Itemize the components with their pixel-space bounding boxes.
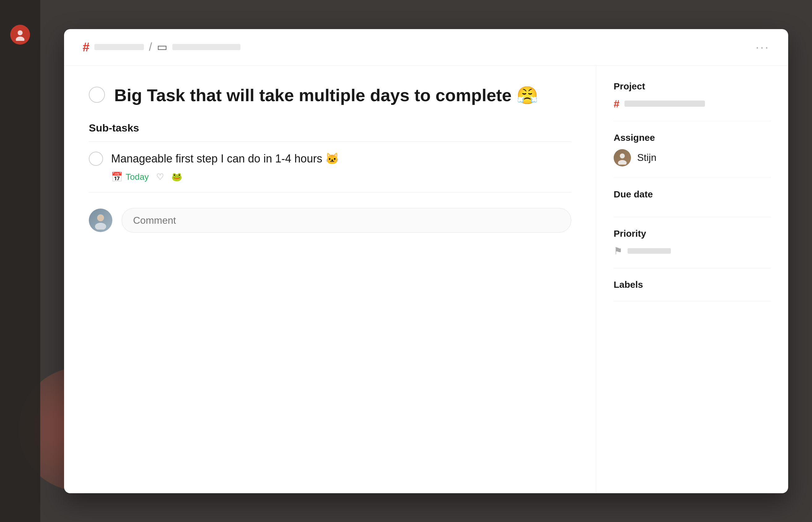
priority-bar <box>628 248 671 254</box>
modal-body: Big Task that will take multiple days to… <box>64 66 788 493</box>
subtask-row: Manageable first step I can do in 1-4 ho… <box>89 152 571 166</box>
calendar-icon: 📅 <box>111 172 123 182</box>
heart-icon[interactable]: ♡ <box>156 172 164 182</box>
svg-point-0 <box>18 30 23 35</box>
subtask-title: Manageable first step I can do in 1-4 ho… <box>111 152 339 165</box>
task-complete-checkbox[interactable] <box>89 87 105 103</box>
task-type-icon: ▭ <box>157 41 167 54</box>
due-date-section: Due date <box>614 178 771 217</box>
subtasks-header: Sub-tasks <box>89 122 571 142</box>
priority-label: Priority <box>614 228 771 239</box>
svg-point-7 <box>618 160 627 165</box>
subtask-item: Manageable first step I can do in 1-4 ho… <box>89 142 571 193</box>
project-hash-icon: # <box>614 98 620 110</box>
task-main-content: Big Task that will take multiple days to… <box>64 66 596 493</box>
project-hash-icon: # <box>83 40 89 54</box>
subtasks-section: Sub-tasks Manageable first step I can do… <box>89 122 571 193</box>
assignee-name: Stijn <box>637 152 656 163</box>
frog-emoji: 🐸 <box>171 172 182 182</box>
due-date-chip[interactable]: 📅 Today <box>111 172 149 182</box>
assignee-avatar <box>614 149 631 166</box>
assignee-value[interactable]: Stijn <box>614 149 771 166</box>
svg-point-5 <box>95 223 106 229</box>
sidebar-user-avatar <box>10 25 30 44</box>
project-value[interactable]: # <box>614 98 771 110</box>
svg-point-6 <box>620 154 625 158</box>
breadcrumb-channel-name <box>94 44 144 50</box>
project-name-bar <box>625 101 705 107</box>
comment-section <box>89 208 571 233</box>
svg-point-4 <box>97 215 104 221</box>
task-detail-modal: # / ▭ ··· Big Task that will take multip… <box>64 29 788 493</box>
project-label: Project <box>614 81 771 92</box>
priority-section: Priority ⚑ <box>614 217 771 268</box>
task-sidebar: Project # Assignee Stijn <box>596 66 788 493</box>
due-date-label: Today <box>126 172 149 182</box>
priority-value[interactable]: ⚑ <box>614 245 771 257</box>
subtask-meta: 📅 Today ♡ 🐸 <box>89 172 571 182</box>
labels-section: Labels <box>614 268 771 301</box>
subtask-checkbox[interactable] <box>89 152 103 166</box>
breadcrumb: # / ▭ <box>83 40 240 54</box>
priority-flag-icon: ⚑ <box>614 245 623 257</box>
labels-label: Labels <box>614 279 771 290</box>
task-title: Big Task that will take multiple days to… <box>114 84 538 107</box>
more-options-button[interactable]: ··· <box>756 40 770 54</box>
breadcrumb-task-name <box>172 44 240 50</box>
modal-header: # / ▭ ··· <box>64 29 788 66</box>
due-date-label: Due date <box>614 189 771 200</box>
app-sidebar <box>0 0 40 522</box>
project-section: Project # <box>614 81 771 121</box>
current-user-avatar <box>89 208 112 232</box>
comment-input[interactable] <box>122 208 571 233</box>
assignee-label: Assignee <box>614 133 771 143</box>
svg-point-1 <box>16 37 24 41</box>
assignee-section: Assignee Stijn <box>614 121 771 178</box>
task-title-row: Big Task that will take multiple days to… <box>89 84 571 107</box>
breadcrumb-separator: / <box>149 41 152 54</box>
